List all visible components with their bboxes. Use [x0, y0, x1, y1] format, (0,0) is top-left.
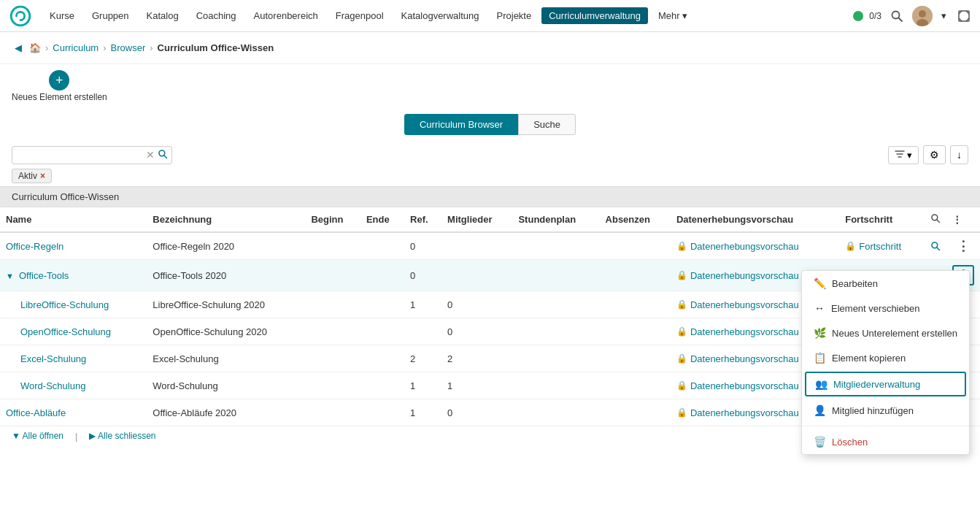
- th-ende: Ende: [360, 207, 404, 232]
- row-ref[interactable]: 1: [404, 291, 441, 318]
- nav-autorenbereich[interactable]: Autorenbereich: [247, 7, 325, 24]
- row-bezeichnung: Office-Abläufe 2020: [147, 399, 305, 426]
- settings-button[interactable]: ⚙: [923, 145, 946, 164]
- row-absenzen: [600, 291, 671, 318]
- user-menu-chevron[interactable]: ▾: [938, 7, 949, 24]
- nav-mehr[interactable]: Mehr ▾: [651, 7, 695, 24]
- context-menu: ✏️Bearbeiten↔Element verschieben🌿Neues U…: [801, 270, 970, 446]
- th-bezeichnung: Bezeichnung: [147, 207, 305, 232]
- row-fortschritt[interactable]: 🔒Fortschritt: [839, 232, 925, 260]
- active-filter-label: Aktiv: [18, 171, 37, 181]
- back-button[interactable]: ◀: [12, 39, 25, 56]
- app-logo[interactable]: [7, 3, 34, 29]
- more-icon[interactable]: ⋮: [952, 238, 974, 254]
- context-menu-item-5[interactable]: 👤Mitglied hinzufügen: [802, 398, 969, 423]
- nav-coaching[interactable]: Coaching: [189, 7, 244, 24]
- th-mitglieder: Mitglieder: [441, 207, 512, 232]
- row-ref[interactable]: 0: [404, 260, 441, 291]
- search-button[interactable]: [887, 7, 906, 26]
- th-daten: Datenerhebungsvorschau: [671, 207, 839, 232]
- expand-icon[interactable]: ▼: [6, 272, 16, 280]
- row-name-link[interactable]: Word-Schulung: [20, 380, 85, 391]
- new-element-button[interactable]: + Neues Element erstellen: [12, 70, 107, 102]
- top-navigation: Kurse Gruppen Katalog Coaching Autorenbe…: [0, 0, 980, 32]
- tab-suche[interactable]: Suche: [518, 114, 576, 135]
- download-button[interactable]: ↓: [950, 145, 968, 164]
- edit-icon: ✏️: [814, 277, 826, 289]
- context-menu-item-4[interactable]: 👥Mitgliederverwaltung: [805, 372, 966, 396]
- breadcrumb-curriculum[interactable]: Curriculum: [53, 42, 99, 53]
- row-bezeichnung: Excel-Schulung: [147, 345, 305, 372]
- collapse-all-link[interactable]: ▶ Alle schliessen: [89, 431, 155, 442]
- row-ende: [360, 372, 404, 399]
- context-item-label: Löschen: [832, 437, 868, 447]
- row-name-link[interactable]: LibreOffice-Schulung: [20, 299, 109, 310]
- svg-line-11: [937, 248, 940, 250]
- row-mitglieder: 2: [441, 345, 512, 372]
- row-name-link[interactable]: Office-Abläufe: [6, 407, 66, 418]
- context-menu-item-1[interactable]: ↔Element verschieben: [802, 296, 969, 321]
- row-daten[interactable]: 🔒Datenerhebungsvorschau: [671, 232, 839, 260]
- copy-icon: 📋: [814, 352, 826, 364]
- search-submit-icon[interactable]: [158, 149, 168, 161]
- row-absenzen: [600, 372, 671, 399]
- row-ref[interactable]: 1: [404, 399, 441, 426]
- breadcrumb: ◀ 🏠 › Curriculum › Browser › Curriculum …: [0, 32, 980, 64]
- row-ende: [360, 318, 404, 345]
- row-bezeichnung: Word-Schulung: [147, 372, 305, 399]
- table-row: Office-RegelnOffice-Regeln 20200🔒Datener…: [0, 232, 980, 260]
- context-item-label: Mitgliederverwaltung: [833, 379, 920, 390]
- row-stundenplan: [512, 345, 599, 372]
- nav-katalog[interactable]: Katalog: [139, 7, 186, 24]
- row-name-link[interactable]: Excel-Schulung: [20, 353, 86, 364]
- move-icon: ↔: [814, 302, 825, 314]
- fullscreen-button[interactable]: [955, 7, 973, 25]
- nav-fragenpool[interactable]: Fragenpool: [328, 7, 391, 24]
- th-zoom: [925, 207, 946, 232]
- user-avatar[interactable]: [912, 6, 933, 26]
- row-ref[interactable]: 2: [404, 345, 441, 372]
- row-beginn: [305, 372, 360, 399]
- nav-katalogverwaltung[interactable]: Katalogverwaltung: [394, 7, 487, 24]
- context-menu-item-2[interactable]: 🌿Neues Unterelement erstellen: [802, 321, 969, 345]
- row-beginn: [305, 318, 360, 345]
- context-item-label: Element kopieren: [832, 353, 906, 364]
- expand-all-link[interactable]: ▼ Alle öffnen: [12, 431, 63, 442]
- row-zoom-btn[interactable]: [925, 232, 946, 260]
- th-name: Name: [0, 207, 147, 232]
- row-ende: [360, 232, 404, 260]
- context-menu-item-0[interactable]: ✏️Bearbeiten: [802, 271, 969, 296]
- th-more: ⋮: [946, 207, 980, 232]
- nav-curriculumverwaltung[interactable]: Curriculumverwaltung: [541, 7, 648, 24]
- row-bezeichnung: LibreOffice-Schulung 2020: [147, 291, 305, 318]
- remove-filter-button[interactable]: ×: [40, 171, 45, 181]
- context-item-label: Mitglied hinzufügen: [832, 405, 914, 416]
- context-menu-item-3[interactable]: 📋Element kopieren: [802, 345, 969, 370]
- row-name-link[interactable]: OpenOffice-Schulung: [20, 326, 111, 337]
- filter-dropdown-button[interactable]: ▾: [888, 146, 919, 164]
- context-menu-item-6[interactable]: 🗑️Löschen: [802, 429, 969, 446]
- row-ref[interactable]: 1: [404, 372, 441, 399]
- home-icon[interactable]: 🏠: [29, 42, 41, 53]
- breadcrumb-browser[interactable]: Browser: [111, 42, 146, 53]
- row-absenzen: [600, 318, 671, 345]
- row-ende: [360, 260, 404, 291]
- row-absenzen: [600, 399, 671, 426]
- search-input-wrap: ✕: [12, 146, 172, 164]
- row-name-link[interactable]: Office-Tools: [19, 270, 69, 281]
- zoom-icon[interactable]: [930, 241, 941, 251]
- row-bezeichnung: Office-Tools 2020: [147, 260, 305, 291]
- row-more-btn[interactable]: ⋮: [946, 232, 980, 260]
- clear-search-icon[interactable]: ✕: [146, 149, 155, 161]
- nav-kurse[interactable]: Kurse: [42, 7, 82, 24]
- table-header-row: Name Bezeichnung Beginn Ende Ref. Mitgli…: [0, 207, 980, 232]
- filter-bar: ✕ ▾ ⚙ ↓: [0, 141, 980, 169]
- tab-curriculum-browser[interactable]: Curriculum Browser: [404, 114, 518, 135]
- nav-projekte[interactable]: Projekte: [490, 7, 539, 24]
- new-element-icon[interactable]: +: [49, 70, 69, 91]
- nav-gruppen[interactable]: Gruppen: [85, 7, 136, 24]
- row-ref[interactable]: 0: [404, 232, 441, 260]
- th-fortschritt: Fortschritt: [839, 207, 925, 232]
- row-name-link[interactable]: Office-Regeln: [6, 241, 63, 252]
- row-stundenplan: [512, 318, 599, 345]
